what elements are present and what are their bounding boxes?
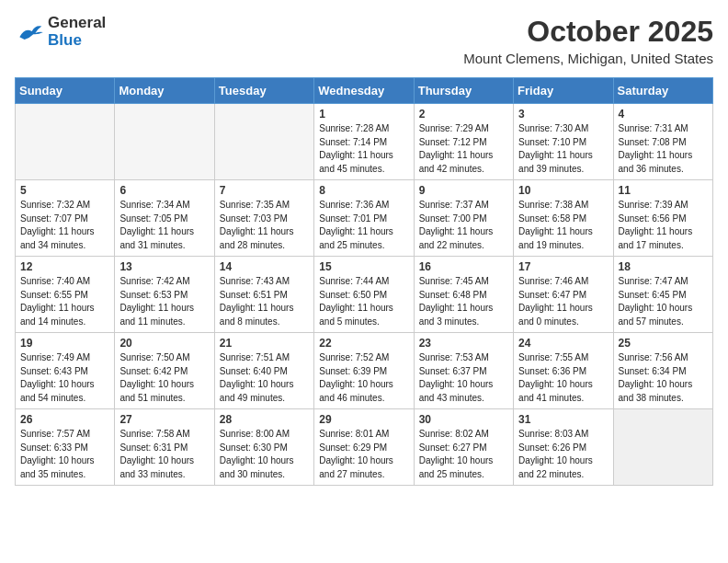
location-title: Mount Clemens, Michigan, United States <box>463 51 713 66</box>
day-info: Sunrise: 7:53 AM Sunset: 6:37 PM Dayligh… <box>419 351 508 405</box>
table-row: 17Sunrise: 7:46 AM Sunset: 6:47 PM Dayli… <box>514 257 613 333</box>
table-row: 4Sunrise: 7:31 AM Sunset: 7:08 PM Daylig… <box>613 104 712 180</box>
header-monday: Monday <box>115 78 214 104</box>
day-number: 21 <box>220 337 309 350</box>
day-info: Sunrise: 7:29 AM Sunset: 7:12 PM Dayligh… <box>419 122 508 176</box>
day-number: 24 <box>518 337 608 350</box>
calendar-week-row: 19Sunrise: 7:49 AM Sunset: 6:43 PM Dayli… <box>16 333 713 409</box>
table-row: 13Sunrise: 7:42 AM Sunset: 6:53 PM Dayli… <box>115 257 214 333</box>
day-info: Sunrise: 8:01 AM Sunset: 6:29 PM Dayligh… <box>319 428 408 481</box>
header-tuesday: Tuesday <box>214 78 313 104</box>
page-header: General Blue October 2025 Mount Clemens,… <box>15 15 713 66</box>
table-row <box>115 104 214 180</box>
table-row: 24Sunrise: 7:55 AM Sunset: 6:36 PM Dayli… <box>514 333 613 409</box>
day-number: 10 <box>518 184 608 197</box>
table-row: 8Sunrise: 7:36 AM Sunset: 7:01 PM Daylig… <box>314 180 414 257</box>
day-info: Sunrise: 7:55 AM Sunset: 6:36 PM Dayligh… <box>518 351 608 405</box>
day-number: 25 <box>619 337 708 350</box>
day-number: 6 <box>119 184 209 197</box>
header-saturday: Saturday <box>613 78 712 104</box>
day-number: 28 <box>220 413 309 426</box>
calendar-header-row: Sunday Monday Tuesday Wednesday Thursday… <box>16 78 713 104</box>
day-number: 9 <box>419 184 508 197</box>
day-info: Sunrise: 7:56 AM Sunset: 6:34 PM Dayligh… <box>619 351 708 405</box>
logo-bird-icon <box>15 22 44 42</box>
day-info: Sunrise: 7:31 AM Sunset: 7:08 PM Dayligh… <box>619 122 708 176</box>
day-number: 7 <box>220 184 309 197</box>
day-info: Sunrise: 7:51 AM Sunset: 6:40 PM Dayligh… <box>220 351 309 405</box>
table-row: 10Sunrise: 7:38 AM Sunset: 6:58 PM Dayli… <box>514 180 613 257</box>
day-info: Sunrise: 7:50 AM Sunset: 6:42 PM Dayligh… <box>119 351 209 405</box>
day-number: 29 <box>319 413 408 426</box>
day-info: Sunrise: 7:39 AM Sunset: 6:56 PM Dayligh… <box>619 199 708 252</box>
calendar-week-row: 26Sunrise: 7:57 AM Sunset: 6:33 PM Dayli… <box>16 409 713 486</box>
logo-blue: Blue <box>48 32 106 50</box>
day-info: Sunrise: 7:45 AM Sunset: 6:48 PM Dayligh… <box>419 275 508 328</box>
table-row <box>214 104 313 180</box>
day-number: 8 <box>319 184 408 197</box>
day-info: Sunrise: 7:37 AM Sunset: 7:00 PM Dayligh… <box>419 199 508 252</box>
table-row: 16Sunrise: 7:45 AM Sunset: 6:48 PM Dayli… <box>414 257 513 333</box>
day-info: Sunrise: 7:40 AM Sunset: 6:55 PM Dayligh… <box>20 275 109 328</box>
day-info: Sunrise: 7:57 AM Sunset: 6:33 PM Dayligh… <box>20 428 109 481</box>
table-row: 7Sunrise: 7:35 AM Sunset: 7:03 PM Daylig… <box>214 180 313 257</box>
table-row: 19Sunrise: 7:49 AM Sunset: 6:43 PM Dayli… <box>16 333 115 409</box>
table-row: 1Sunrise: 7:28 AM Sunset: 7:14 PM Daylig… <box>314 104 414 180</box>
day-info: Sunrise: 7:58 AM Sunset: 6:31 PM Dayligh… <box>119 428 209 481</box>
day-number: 15 <box>319 260 408 273</box>
header-thursday: Thursday <box>414 78 513 104</box>
day-info: Sunrise: 7:34 AM Sunset: 7:05 PM Dayligh… <box>119 199 209 252</box>
day-info: Sunrise: 7:28 AM Sunset: 7:14 PM Dayligh… <box>319 122 408 176</box>
header-wednesday: Wednesday <box>314 78 414 104</box>
table-row: 25Sunrise: 7:56 AM Sunset: 6:34 PM Dayli… <box>613 333 712 409</box>
table-row: 20Sunrise: 7:50 AM Sunset: 6:42 PM Dayli… <box>115 333 214 409</box>
day-info: Sunrise: 8:03 AM Sunset: 6:26 PM Dayligh… <box>518 428 608 481</box>
day-number: 5 <box>20 184 109 197</box>
table-row: 6Sunrise: 7:34 AM Sunset: 7:05 PM Daylig… <box>115 180 214 257</box>
day-number: 30 <box>419 413 508 426</box>
day-number: 12 <box>20 260 109 273</box>
day-number: 14 <box>220 260 309 273</box>
month-title: October 2025 <box>463 15 713 49</box>
table-row: 22Sunrise: 7:52 AM Sunset: 6:39 PM Dayli… <box>314 333 414 409</box>
calendar-week-row: 1Sunrise: 7:28 AM Sunset: 7:14 PM Daylig… <box>16 104 713 180</box>
day-number: 23 <box>419 337 508 350</box>
table-row: 27Sunrise: 7:58 AM Sunset: 6:31 PM Dayli… <box>115 409 214 486</box>
table-row: 3Sunrise: 7:30 AM Sunset: 7:10 PM Daylig… <box>514 104 613 180</box>
table-row: 31Sunrise: 8:03 AM Sunset: 6:26 PM Dayli… <box>514 409 613 486</box>
calendar-week-row: 12Sunrise: 7:40 AM Sunset: 6:55 PM Dayli… <box>16 257 713 333</box>
day-number: 13 <box>119 260 209 273</box>
table-row: 2Sunrise: 7:29 AM Sunset: 7:12 PM Daylig… <box>414 104 513 180</box>
table-row: 29Sunrise: 8:01 AM Sunset: 6:29 PM Dayli… <box>314 409 414 486</box>
day-info: Sunrise: 7:49 AM Sunset: 6:43 PM Dayligh… <box>20 351 109 405</box>
day-number: 20 <box>119 337 209 350</box>
day-number: 18 <box>619 260 708 273</box>
logo: General Blue <box>15 15 106 49</box>
calendar-week-row: 5Sunrise: 7:32 AM Sunset: 7:07 PM Daylig… <box>16 180 713 257</box>
day-number: 16 <box>419 260 508 273</box>
table-row: 9Sunrise: 7:37 AM Sunset: 7:00 PM Daylig… <box>414 180 513 257</box>
day-info: Sunrise: 7:43 AM Sunset: 6:51 PM Dayligh… <box>220 275 309 328</box>
day-number: 31 <box>518 413 608 426</box>
logo-general: General <box>48 15 106 32</box>
day-info: Sunrise: 7:36 AM Sunset: 7:01 PM Dayligh… <box>319 199 408 252</box>
table-row: 26Sunrise: 7:57 AM Sunset: 6:33 PM Dayli… <box>16 409 115 486</box>
day-number: 19 <box>20 337 109 350</box>
day-number: 3 <box>518 108 608 121</box>
table-row: 30Sunrise: 8:02 AM Sunset: 6:27 PM Dayli… <box>414 409 513 486</box>
table-row <box>613 409 712 486</box>
table-row: 28Sunrise: 8:00 AM Sunset: 6:30 PM Dayli… <box>214 409 313 486</box>
day-info: Sunrise: 7:44 AM Sunset: 6:50 PM Dayligh… <box>319 275 408 328</box>
day-number: 4 <box>619 108 708 121</box>
day-number: 1 <box>319 108 408 121</box>
day-info: Sunrise: 7:30 AM Sunset: 7:10 PM Dayligh… <box>518 122 608 176</box>
table-row: 11Sunrise: 7:39 AM Sunset: 6:56 PM Dayli… <box>613 180 712 257</box>
day-info: Sunrise: 7:47 AM Sunset: 6:45 PM Dayligh… <box>619 275 708 328</box>
calendar-table: Sunday Monday Tuesday Wednesday Thursday… <box>15 77 713 486</box>
day-info: Sunrise: 7:42 AM Sunset: 6:53 PM Dayligh… <box>119 275 209 328</box>
day-number: 22 <box>319 337 408 350</box>
day-info: Sunrise: 7:52 AM Sunset: 6:39 PM Dayligh… <box>319 351 408 405</box>
day-number: 17 <box>518 260 608 273</box>
table-row: 18Sunrise: 7:47 AM Sunset: 6:45 PM Dayli… <box>613 257 712 333</box>
day-number: 2 <box>419 108 508 121</box>
